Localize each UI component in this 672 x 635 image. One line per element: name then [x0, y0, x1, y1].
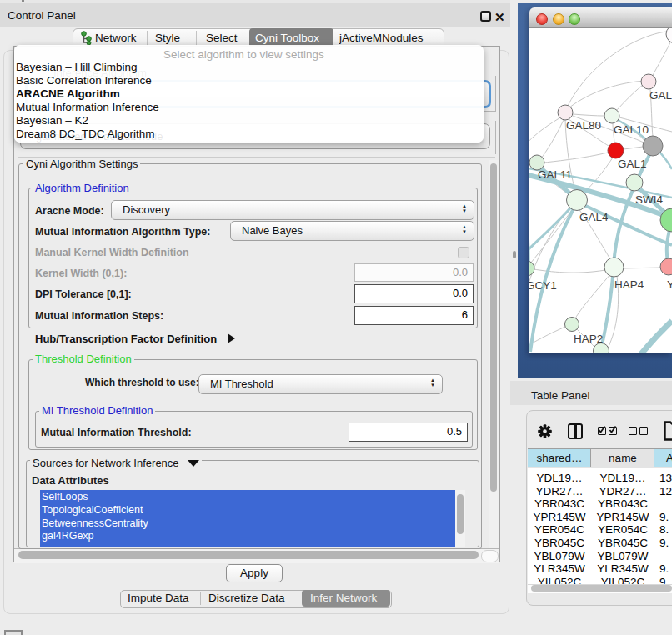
- svg-text:Y: Y: [667, 278, 672, 291]
- svg-text:GAL4: GAL4: [579, 211, 609, 223]
- svg-text:GAL7: GAL7: [649, 89, 672, 102]
- svg-text:HAP4: HAP4: [614, 278, 644, 291]
- svg-text:GCY1: GCY1: [529, 279, 557, 292]
- svg-text:GAL10: GAL10: [614, 123, 649, 136]
- svg-text:GAL11: GAL11: [538, 168, 572, 181]
- svg-text:GAL80: GAL80: [566, 119, 601, 132]
- svg-text:GAL1: GAL1: [618, 158, 647, 170]
- svg-text:HAP2: HAP2: [574, 332, 603, 345]
- svg-text:SWI4: SWI4: [635, 193, 663, 206]
